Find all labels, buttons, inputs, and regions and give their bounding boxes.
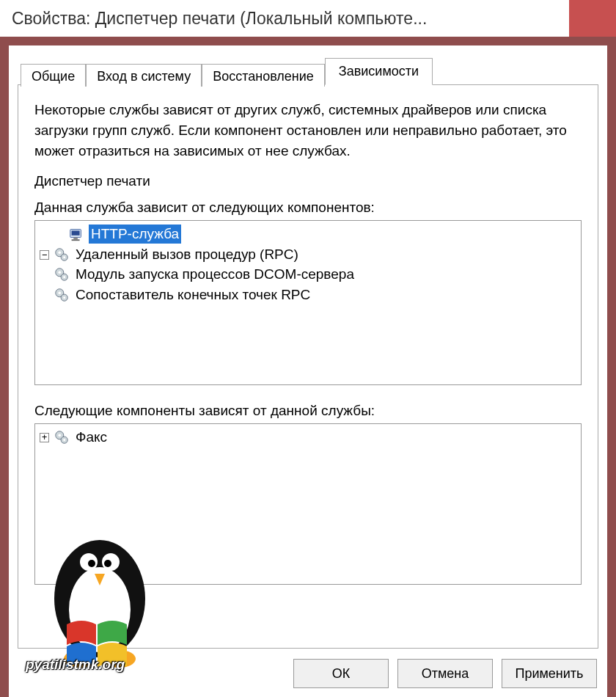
- tab-general[interactable]: Общие: [21, 64, 86, 87]
- svg-point-7: [63, 256, 65, 258]
- svg-point-17: [58, 434, 61, 437]
- apply-button[interactable]: Применить: [502, 659, 597, 688]
- tab-recovery[interactable]: Восстановление: [202, 64, 325, 87]
- tree-item-dcom[interactable]: Модуль запуска процессов DCOM-сервера: [40, 265, 576, 284]
- tree-item-http-service[interactable]: HTTP-служба: [40, 225, 576, 244]
- tree-item-label: Модуль запуска процессов DCOM-сервера: [74, 265, 356, 284]
- svg-point-19: [63, 439, 65, 441]
- dependents-tree[interactable]: + Факс: [34, 423, 582, 585]
- svg-rect-1: [72, 230, 80, 235]
- dialog-body: Общие Вход в систему Восстановление Зави…: [9, 45, 607, 697]
- depends-on-tree[interactable]: HTTP-служба − Удаленный вызов процедур (…: [34, 220, 582, 385]
- gear-icon: [54, 287, 70, 303]
- expand-icon[interactable]: +: [40, 433, 49, 442]
- dependencies-description: Некоторые службы зависят от других служб…: [34, 100, 582, 161]
- svg-point-5: [58, 251, 61, 254]
- svg-rect-3: [72, 239, 80, 241]
- tab-strip: Общие Вход в систему Восстановление Зави…: [18, 59, 598, 85]
- gear-icon: [54, 247, 70, 263]
- tree-item-rpc-mapper[interactable]: Сопоставитель конечных точек RPC: [40, 285, 576, 304]
- svg-point-9: [58, 271, 61, 274]
- title-bar: Свойства: Диспетчер печати (Локальный ко…: [0, 0, 616, 37]
- svg-point-13: [58, 291, 61, 294]
- gear-icon: [54, 266, 70, 282]
- window-title: Свойства: Диспетчер печати (Локальный ко…: [12, 9, 569, 29]
- tab-dependencies[interactable]: Зависимости: [325, 58, 433, 85]
- svg-point-15: [63, 296, 65, 299]
- dialog-button-row: ОК Отмена Применить: [18, 649, 598, 688]
- tab-page-dependencies: Некоторые службы зависят от других служб…: [18, 84, 598, 649]
- service-name-label: Диспетчер печати: [34, 173, 582, 189]
- tree-item-label: HTTP-служба: [89, 225, 181, 244]
- driver-icon: [68, 226, 84, 242]
- svg-point-11: [63, 276, 65, 278]
- close-button[interactable]: [569, 0, 616, 37]
- tree-item-label: Факс: [74, 428, 109, 447]
- tree-item-rpc[interactable]: − Удаленный вызов процедур (RPC): [40, 245, 576, 264]
- gear-icon: [54, 429, 70, 445]
- tree-item-label: Удаленный вызов процедур (RPC): [74, 245, 300, 264]
- collapse-icon[interactable]: −: [40, 250, 49, 260]
- tab-logon[interactable]: Вход в систему: [86, 64, 202, 87]
- svg-rect-2: [73, 238, 78, 240]
- depends-on-label: Данная служба зависит от следующих компо…: [34, 200, 582, 216]
- dependents-label: Следующие компоненты зависят от данной с…: [34, 403, 582, 419]
- cancel-button[interactable]: Отмена: [397, 659, 493, 688]
- tree-item-label: Сопоставитель конечных точек RPC: [74, 285, 312, 304]
- ok-button[interactable]: ОК: [293, 659, 389, 688]
- tree-item-fax[interactable]: + Факс: [40, 428, 576, 447]
